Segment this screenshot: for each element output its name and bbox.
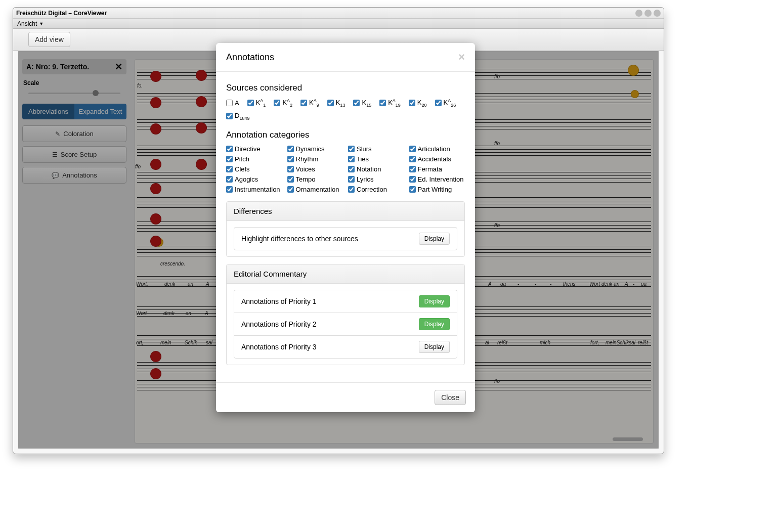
checkbox[interactable]: [287, 186, 294, 193]
priority-label: Annotations of Priority 1: [241, 297, 317, 305]
checkbox[interactable]: [287, 166, 294, 172]
close-button[interactable]: Close: [435, 390, 466, 405]
category-checkbox[interactable]: Pitch: [226, 155, 282, 163]
checkbox[interactable]: [379, 100, 386, 106]
checkbox[interactable]: [226, 186, 233, 193]
source-checkbox[interactable]: K15: [353, 99, 371, 108]
checkbox[interactable]: [348, 156, 355, 162]
source-checkbox[interactable]: KA9: [300, 98, 319, 108]
priority-label: Annotations of Priority 2: [241, 320, 317, 328]
checkbox[interactable]: [226, 100, 233, 106]
checkbox[interactable]: [287, 146, 294, 152]
checkbox[interactable]: [247, 100, 254, 106]
annotations-modal: Annotations × Sources considered AKA1KA2…: [216, 43, 475, 412]
category-checkbox[interactable]: Instrumentation: [226, 186, 282, 193]
source-checkbox[interactable]: KA26: [435, 98, 456, 108]
differences-title: Differences: [227, 202, 464, 221]
menu-ansicht[interactable]: Ansicht ▼: [15, 20, 46, 27]
checkbox[interactable]: [226, 176, 233, 183]
checkbox[interactable]: [274, 100, 280, 106]
add-view-button[interactable]: Add view: [28, 32, 70, 47]
source-checkbox[interactable]: A: [226, 99, 239, 107]
checkbox[interactable]: [226, 113, 233, 119]
checkbox[interactable]: [435, 100, 442, 106]
list-item: Highlight differences to other sources D…: [234, 227, 457, 250]
checkbox[interactable]: [287, 176, 294, 183]
caret-down-icon: ▼: [39, 21, 44, 26]
checkbox[interactable]: [287, 156, 294, 162]
modal-header: Annotations ×: [216, 43, 475, 72]
categories-grid: DirectiveDynamicsSlursArticulationPitchR…: [226, 145, 465, 193]
category-checkbox[interactable]: Clefs: [226, 165, 282, 173]
category-checkbox[interactable]: Dynamics: [287, 145, 343, 153]
category-checkbox[interactable]: Ornamentation: [287, 186, 343, 193]
list-item: Annotations of Priority 3Display: [234, 335, 457, 359]
window-title: Freischütz Digital – CoreViewer: [16, 10, 633, 17]
display-priority-button[interactable]: Display: [419, 318, 450, 330]
checkbox[interactable]: [409, 156, 416, 162]
window-close-icon[interactable]: [654, 10, 661, 17]
source-checkbox[interactable]: D1849: [226, 112, 249, 121]
checkbox[interactable]: [409, 176, 416, 183]
checkbox[interactable]: [348, 166, 355, 172]
commentary-panel: Editorial Commentary Annotations of Prio…: [226, 264, 465, 365]
checkbox[interactable]: [409, 100, 415, 106]
checkbox[interactable]: [327, 100, 334, 106]
checkbox[interactable]: [226, 146, 233, 152]
display-priority-button[interactable]: Display: [419, 295, 450, 307]
differences-label: Highlight differences to other sources: [241, 235, 358, 243]
source-checkbox[interactable]: K13: [327, 99, 346, 108]
categories-title: Annotation categories: [226, 130, 465, 140]
window-minimize-icon[interactable]: [635, 10, 642, 17]
list-item: Annotations of Priority 1Display: [234, 290, 457, 313]
checkbox[interactable]: [226, 156, 233, 162]
category-checkbox[interactable]: Ed. Intervention: [409, 175, 465, 183]
category-checkbox[interactable]: Rhythm: [287, 155, 343, 163]
source-checkbox[interactable]: KA19: [379, 98, 401, 108]
checkbox[interactable]: [348, 146, 355, 152]
source-checkbox[interactable]: KA2: [274, 98, 292, 108]
category-checkbox[interactable]: Correction: [348, 186, 404, 193]
category-checkbox[interactable]: Lyrics: [348, 175, 404, 183]
category-checkbox[interactable]: Notation: [348, 165, 404, 173]
display-differences-button[interactable]: Display: [419, 233, 450, 245]
checkbox[interactable]: [348, 186, 355, 193]
category-checkbox[interactable]: Voices: [287, 165, 343, 173]
modal-title: Annotations: [226, 52, 274, 63]
category-checkbox[interactable]: Ties: [348, 155, 404, 163]
category-checkbox[interactable]: Articulation: [409, 145, 465, 153]
source-checkbox[interactable]: K20: [409, 99, 427, 108]
category-checkbox[interactable]: Directive: [226, 145, 282, 153]
priority-label: Annotations of Priority 3: [241, 343, 317, 351]
checkbox[interactable]: [409, 186, 416, 193]
sources-title: Sources considered: [226, 83, 465, 93]
checkbox[interactable]: [409, 166, 416, 172]
category-checkbox[interactable]: Tempo: [287, 175, 343, 183]
differences-panel: Differences Highlight differences to oth…: [226, 201, 465, 257]
app-window: Freischütz Digital – CoreViewer Ansicht …: [13, 7, 664, 454]
category-checkbox[interactable]: Accidentals: [409, 155, 465, 163]
category-checkbox[interactable]: Agogics: [226, 175, 282, 183]
category-checkbox[interactable]: Slurs: [348, 145, 404, 153]
commentary-title: Editorial Commentary: [227, 264, 464, 284]
sources-list: AKA1KA2KA9K13K15KA19K20KA26D1849: [226, 98, 465, 121]
menu-bar: Ansicht ▼: [13, 19, 664, 29]
window-maximize-icon[interactable]: [644, 10, 652, 17]
checkbox[interactable]: [409, 146, 416, 152]
title-bar: Freischütz Digital – CoreViewer: [13, 8, 664, 19]
checkbox[interactable]: [353, 100, 360, 106]
category-checkbox[interactable]: Fermata: [409, 165, 465, 173]
display-priority-button[interactable]: Display: [419, 341, 450, 353]
checkbox[interactable]: [300, 100, 307, 106]
close-icon[interactable]: ×: [458, 51, 465, 64]
category-checkbox[interactable]: Part Writing: [409, 186, 465, 193]
checkbox[interactable]: [226, 166, 233, 172]
list-item: Annotations of Priority 2Display: [234, 313, 457, 335]
source-checkbox[interactable]: KA1: [247, 98, 266, 108]
checkbox[interactable]: [348, 176, 355, 183]
